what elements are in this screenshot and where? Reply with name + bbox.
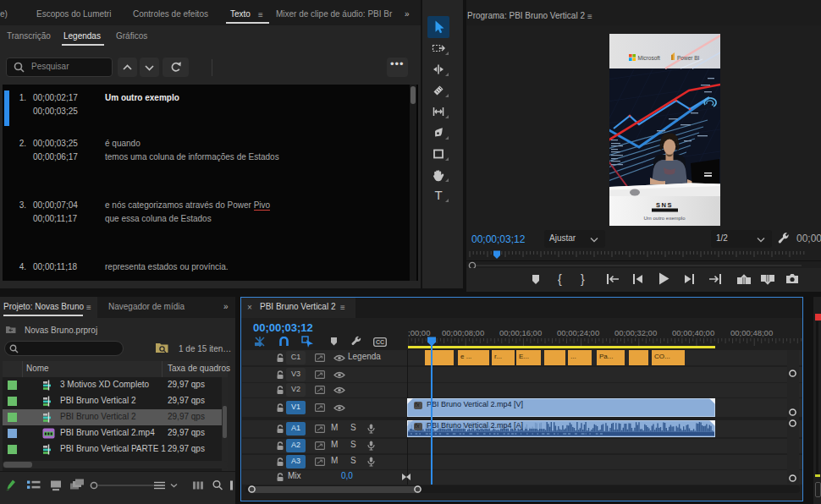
svg-text:Um outro exemplo: Um outro exemplo — [643, 216, 686, 221]
svg-text:T: T — [434, 189, 442, 202]
svg-text:Microsoft: Microsoft — [638, 55, 661, 61]
svg-text:CC: CC — [376, 339, 384, 345]
svg-text:Power BI: Power BI — [677, 55, 700, 61]
svg-text:SNS: SNS — [656, 201, 673, 209]
